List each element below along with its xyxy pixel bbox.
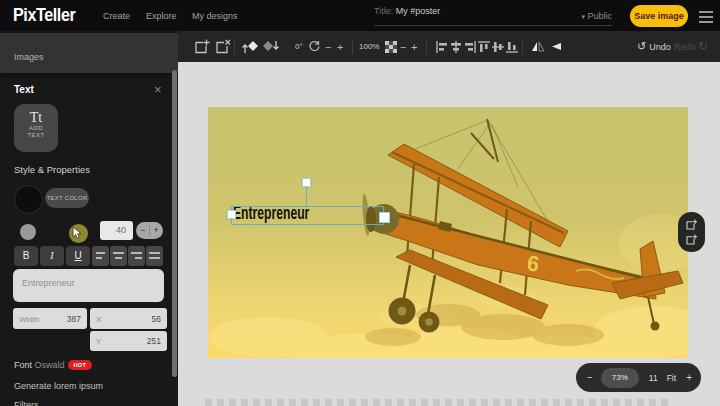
x-field[interactable]: X 56 — [90, 308, 167, 329]
menu-my-designs[interactable]: My designs — [192, 11, 238, 21]
filters-link[interactable]: Filters — [14, 400, 39, 406]
flip-horizontal-icon[interactable] — [531, 31, 545, 62]
menu-explore[interactable]: Explore — [146, 11, 177, 21]
generate-lorem-ipsum-link[interactable]: Generate lorem ipsum — [14, 381, 103, 391]
align-middle-icon[interactable] — [492, 31, 504, 62]
align-right-icon[interactable] — [464, 31, 476, 62]
rotate-icon[interactable] — [308, 31, 321, 62]
font-name[interactable]: Oswald — [35, 360, 65, 370]
undo-label: Undo — [649, 42, 671, 52]
align-left-icon[interactable] — [436, 31, 448, 62]
add-text-label1: ADD — [14, 125, 58, 132]
underline-button[interactable]: U — [66, 246, 90, 266]
zoom-percent[interactable]: 73% — [601, 368, 639, 388]
text-align-left-button[interactable] — [92, 246, 109, 266]
text-align-center-button[interactable] — [110, 246, 127, 266]
width-value: 387 — [67, 314, 81, 324]
zoom-fit-button[interactable]: Fit — [667, 373, 676, 383]
text-align-right-button[interactable] — [128, 246, 145, 266]
rotate-minus-button[interactable]: − — [325, 31, 331, 62]
y-field[interactable]: Y 251 — [90, 331, 167, 351]
font-row[interactable]: Font OswaldHOT — [14, 360, 92, 370]
rotation-line — [306, 186, 307, 206]
text-color-button[interactable]: TEXT COLOR — [45, 188, 89, 208]
undo-icon: ↺ — [637, 40, 646, 53]
redo-button[interactable]: Redo ↻ — [674, 31, 708, 62]
opacity-minus-button[interactable]: − — [400, 31, 406, 62]
font-size-input[interactable]: 40 — [100, 221, 133, 240]
style-properties-heading: Style & Properties — [14, 164, 90, 175]
y-value: 251 — [147, 336, 161, 346]
pixteller-logo[interactable]: PixTeller — [13, 4, 75, 26]
close-icon[interactable]: × — [154, 82, 162, 97]
text-content-input[interactable]: Entrepreneur — [13, 269, 164, 302]
left-sidebar: Images Text × Tt ADD TEXT Style & Proper… — [0, 31, 178, 406]
layer-up-icon[interactable] — [241, 31, 259, 62]
add-text-icon: Tt — [14, 111, 58, 125]
visibility-label: Public — [587, 11, 612, 21]
copy-page-icon[interactable] — [686, 234, 698, 245]
align-bottom-icon[interactable] — [506, 31, 518, 62]
outline-color-swatch[interactable] — [20, 224, 36, 240]
delete-icon[interactable] — [215, 31, 231, 62]
chevron-down-icon: ▾ — [581, 13, 585, 21]
opacity-value[interactable]: 100% — [359, 31, 379, 62]
text-color-swatch[interactable] — [14, 185, 43, 214]
layer-down-icon[interactable] — [262, 31, 280, 62]
poster-image[interactable]: 6 — [208, 107, 688, 358]
text-panel-title: Text — [14, 84, 34, 95]
save-image-button[interactable]: Save image — [630, 5, 688, 27]
images-section[interactable]: Images — [0, 33, 178, 73]
undo-button[interactable]: ↺ Undo — [637, 31, 671, 62]
transparency-icon[interactable] — [385, 31, 397, 62]
redo-label: Redo — [674, 42, 696, 52]
x-label: X — [96, 314, 101, 323]
mouse-cursor — [69, 224, 88, 243]
top-bar: PixTeller Create Explore My designs Titl… — [0, 0, 720, 31]
width-label: Width — [19, 314, 39, 323]
add-page-icon[interactable] — [686, 219, 698, 230]
visibility-dropdown[interactable]: ▾ Public — [581, 11, 612, 21]
align-center-h-icon[interactable] — [450, 31, 462, 62]
images-label: Images — [14, 52, 44, 62]
font-label: Font — [14, 360, 32, 370]
add-text-button[interactable]: Tt ADD TEXT — [14, 104, 58, 152]
zoom-in-button[interactable]: + — [686, 372, 692, 383]
duplicate-icon[interactable] — [194, 31, 210, 62]
flip-vertical-icon[interactable] — [549, 31, 563, 62]
add-text-label2: TEXT — [14, 132, 58, 139]
redo-icon: ↻ — [699, 40, 708, 53]
font-size-minus[interactable]: − — [136, 222, 150, 239]
sidebar-scrollbar[interactable] — [172, 70, 177, 377]
bold-button[interactable]: B — [14, 246, 38, 266]
rotation-handle[interactable] — [302, 178, 311, 187]
opacity-plus-button[interactable]: + — [411, 31, 417, 62]
canvas-area: 6 Entrepreneur − 73% 11 Fit + — [178, 62, 720, 406]
italic-button[interactable]: I — [40, 246, 64, 266]
selection-box[interactable] — [231, 206, 384, 225]
page-timeline-dashes[interactable] — [205, 399, 672, 406]
resize-handle-right[interactable] — [379, 212, 390, 223]
zoom-out-button[interactable]: − — [587, 372, 593, 383]
rotate-plus-button[interactable]: + — [337, 31, 343, 62]
text-align-justify-button[interactable] — [146, 246, 163, 266]
resize-handle-left[interactable] — [227, 210, 236, 219]
font-size-stepper[interactable]: − + — [136, 222, 163, 239]
x-value: 56 — [152, 314, 161, 324]
design-title-input[interactable]: Title: My #poster ▾ Public — [374, 6, 613, 26]
rotation-value[interactable]: 0° — [295, 31, 303, 62]
zoom-bar: − 73% 11 Fit + — [576, 363, 701, 392]
hot-badge: HOT — [68, 360, 93, 370]
page-actions-panel — [678, 212, 705, 252]
width-field[interactable]: Width 387 — [13, 308, 87, 329]
align-top-icon[interactable] — [478, 31, 490, 62]
menu-create[interactable]: Create — [103, 11, 130, 21]
menu-icon[interactable] — [699, 11, 713, 23]
y-label: Y — [96, 337, 101, 346]
title-value: My #poster — [396, 6, 441, 16]
font-size-plus[interactable]: + — [150, 222, 164, 239]
page-count: 11 — [649, 373, 658, 383]
title-label: Title: — [374, 6, 393, 16]
